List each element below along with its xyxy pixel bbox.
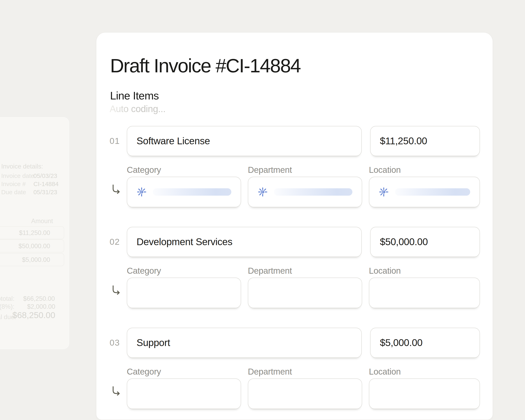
loading-spinner-icon [136,187,147,197]
amount-input[interactable]: $50,000.00 [370,227,480,257]
page-title: Draft Invoice #CI-14884 [110,55,300,77]
sales-tax-value: $2,000.00 [14,303,55,310]
loading-spinner-icon [257,187,268,197]
amount-input[interactable]: $5,000.00 [370,328,480,358]
line-item-number: 02 [108,237,122,247]
description-input[interactable]: Software License [127,126,362,156]
description-input[interactable]: Development Services [127,227,362,257]
faded-amount: $11,250.00 [9,229,50,237]
auto-coding-status: Auto coding... [110,103,166,114]
subtotal-value: $66,250.00 [14,295,55,302]
due-date-label: Due date [1,189,26,196]
location-label: Location [369,266,401,276]
line-item-number: 01 [108,136,122,146]
loading-shimmer-bar [274,188,352,196]
return-arrow-icon [111,184,122,195]
invoice-date-label: Invoice date [1,172,34,179]
return-arrow-icon [111,284,122,296]
department-label: Department [248,165,292,175]
draft-invoice-card: Draft Invoice #CI-14884 Line Items Auto … [96,33,493,420]
category-label: Category [127,165,161,175]
description-value: Support [127,328,361,357]
invoice-preview-panel: Invoice details: Invoice date 05/03/23 I… [0,117,69,349]
subtotal-label: Subtotal: [0,295,14,302]
invoice-number-label: Invoice # [1,181,26,187]
loading-shimmer-bar [153,188,231,196]
location-input[interactable] [369,378,480,409]
location-input[interactable] [369,278,480,308]
category-label: Category [127,266,161,276]
amount-value: $11,250.00 [371,126,479,156]
page-background: Invoice details: Invoice date 05/03/23 I… [0,0,525,420]
line-items-heading: Line Items [110,89,159,102]
loading-spinner-icon [378,187,389,197]
department-input[interactable] [248,378,362,409]
loading-shimmer-bar [395,188,470,196]
description-input[interactable]: Support [127,328,362,358]
invoice-details-title: Invoice details: [1,163,43,170]
amount-value: $50,000.00 [371,227,479,257]
department-label: Department [248,266,292,276]
amount-input[interactable]: $11,250.00 [370,126,480,156]
location-label: Location [369,165,401,175]
amount-column-header: Amount [31,217,53,225]
description-value: Development Services [127,227,361,257]
faded-amount: $5,000.00 [9,256,50,263]
category-input[interactable] [127,278,241,308]
department-label: Department [248,367,292,377]
department-input[interactable] [248,177,362,207]
amount-value: $5,000.00 [371,328,479,357]
invoice-date-value: 05/03/23 [33,172,57,179]
invoice-number-value: CI-14884 [33,181,58,187]
location-input[interactable] [369,177,480,207]
department-input[interactable] [248,278,362,308]
due-date-value: 05/31/23 [33,189,57,196]
total-due-value: $68,250.00 [0,310,55,320]
return-arrow-icon [111,385,122,397]
category-input[interactable] [127,177,241,207]
description-value: Software License [127,126,361,156]
category-label: Category [127,367,161,377]
location-label: Location [369,367,401,377]
category-input[interactable] [127,378,241,409]
sales-tax-label: Sales tax (8%): [0,303,14,310]
faded-amount: $50,000.00 [9,243,50,250]
line-item-number: 03 [108,338,122,348]
